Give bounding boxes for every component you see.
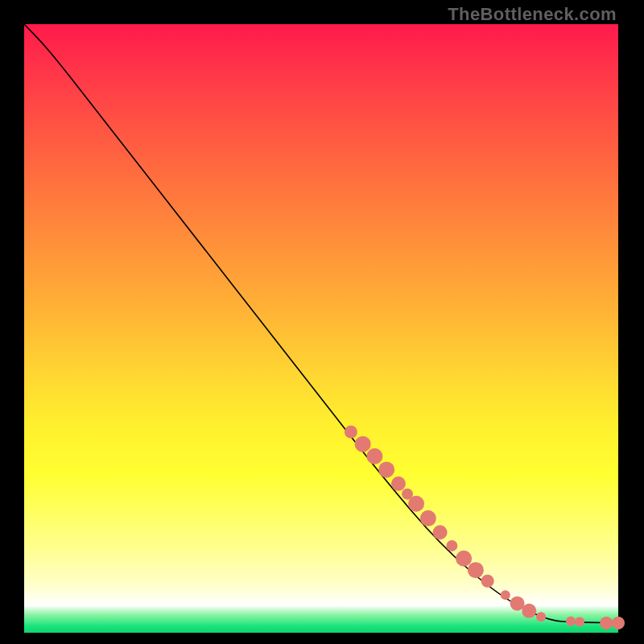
data-marker	[566, 617, 576, 626]
data-marker	[468, 562, 484, 578]
data-marker	[378, 461, 394, 477]
data-marker	[600, 617, 613, 630]
data-marker	[345, 426, 357, 439]
chart-plot-area	[24, 24, 618, 633]
chart-svg	[24, 24, 618, 633]
data-marker	[433, 525, 448, 539]
data-marker	[446, 540, 457, 551]
data-marker	[366, 448, 382, 464]
data-marker	[536, 612, 546, 621]
data-marker	[612, 617, 625, 630]
watermark-text: TheBottleneck.com	[448, 4, 617, 25]
data-marker	[501, 590, 510, 600]
data-marker	[420, 510, 436, 526]
data-marker	[522, 604, 536, 618]
bottleneck-curve	[24, 24, 618, 623]
data-marker	[575, 617, 584, 626]
marker-layer	[345, 426, 625, 630]
data-marker	[391, 477, 406, 491]
data-marker	[355, 436, 371, 452]
data-marker	[481, 575, 494, 588]
data-marker	[408, 496, 424, 512]
data-marker	[456, 551, 472, 567]
